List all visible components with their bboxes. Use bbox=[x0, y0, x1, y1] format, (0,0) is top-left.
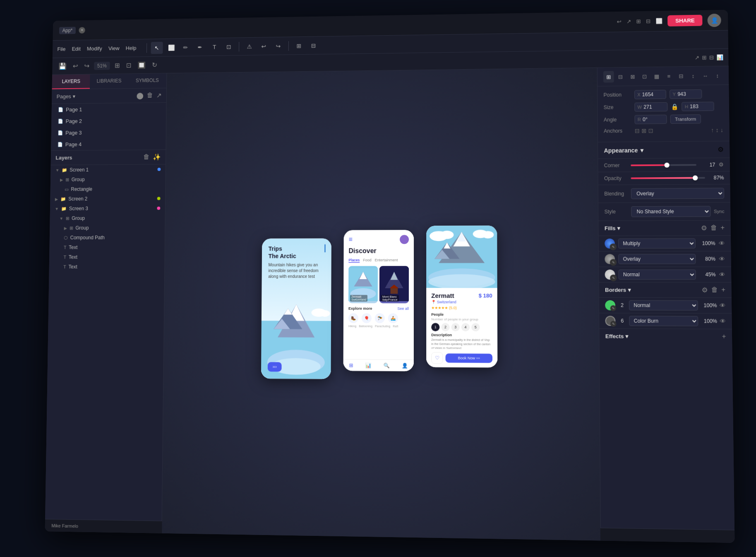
page-item-4[interactable]: 📄 Page 4 bbox=[51, 138, 166, 150]
image-tool[interactable]: ⊡ bbox=[223, 41, 235, 53]
canvas-area[interactable]: Trips The Arctic Mountain hikes give you… bbox=[162, 68, 600, 541]
align-tab-6[interactable]: ≡ bbox=[664, 70, 674, 82]
pen-tool[interactable]: ✏ bbox=[180, 41, 192, 53]
tab-places[interactable]: Places bbox=[348, 258, 360, 263]
layer-add-icon[interactable]: ✨ bbox=[153, 153, 161, 161]
transform-button[interactable]: Transform bbox=[670, 114, 701, 124]
nav-chart[interactable]: 📊 bbox=[365, 362, 372, 368]
activity-balloon[interactable]: 🎈 bbox=[362, 313, 372, 323]
share-icon-2[interactable]: ↗ bbox=[627, 18, 631, 24]
opacity-slider-track[interactable] bbox=[631, 177, 705, 179]
menu-help[interactable]: Help bbox=[126, 45, 137, 51]
size-h-field[interactable]: H 183 bbox=[682, 102, 715, 111]
border-type-1[interactable]: Normal Color Burn bbox=[629, 300, 698, 311]
save-icon[interactable]: 💾 bbox=[57, 61, 68, 72]
layer-text2[interactable]: T Text bbox=[49, 252, 165, 262]
fill-visibility-2[interactable]: 👁 bbox=[719, 256, 725, 262]
layer-compound[interactable]: ⬡ Compound Path bbox=[50, 233, 165, 243]
borders-add-icon[interactable]: + bbox=[721, 286, 725, 294]
undo-icon[interactable]: ↩ bbox=[71, 60, 79, 71]
blending-select[interactable]: Overlay Normal Multiply Color Burn bbox=[631, 188, 724, 199]
nav-profile[interactable]: 👤 bbox=[401, 363, 408, 369]
style-select[interactable]: No Shared Style bbox=[631, 206, 710, 217]
anchor-top[interactable]: ↑ bbox=[711, 127, 714, 133]
text-tool[interactable]: T bbox=[209, 41, 221, 53]
layer-screen2[interactable]: ▶ 📁 Screen 2 bbox=[50, 193, 165, 204]
size-w-field[interactable]: W 271 bbox=[634, 102, 668, 112]
history-icon[interactable]: ↩ bbox=[617, 19, 622, 25]
close-button[interactable]: ✕ bbox=[79, 27, 85, 34]
warning-tool[interactable]: ⚠ bbox=[243, 40, 255, 53]
anchor-bot[interactable]: ↓ bbox=[720, 127, 723, 133]
appearance-options-icon[interactable]: ⚙ bbox=[718, 145, 724, 153]
fill-swatch-2[interactable]: ✎ bbox=[605, 254, 615, 264]
share-button[interactable]: SHARE bbox=[668, 15, 703, 27]
position-x-val[interactable]: 1654 bbox=[642, 92, 663, 98]
menu-file[interactable]: File bbox=[57, 46, 65, 52]
layer-text3[interactable]: T Text bbox=[49, 262, 165, 272]
activity-parachute[interactable]: 🪂 bbox=[375, 313, 385, 323]
tab-entertainment[interactable]: Entertainment bbox=[375, 258, 398, 263]
pencil-tool[interactable]: ✒ bbox=[194, 41, 206, 53]
position-x-field[interactable]: X 1654 bbox=[634, 90, 666, 99]
align-tab-2[interactable]: ⊟ bbox=[615, 71, 626, 82]
heart-button[interactable]: ♡ bbox=[431, 352, 443, 364]
menu-view[interactable]: View bbox=[108, 45, 120, 51]
fill-type-2[interactable]: Overlay Normal Multiply bbox=[618, 254, 696, 264]
fit-icon[interactable]: ⊞ bbox=[113, 60, 121, 71]
align-tab-4[interactable]: ⊡ bbox=[639, 70, 650, 82]
layer-group2[interactable]: ▼ ⊞ Group bbox=[50, 213, 165, 223]
zoom-display[interactable]: 51% bbox=[94, 62, 110, 70]
pill-5[interactable]: 5 bbox=[471, 323, 480, 331]
position-y-val[interactable]: 943 bbox=[677, 91, 699, 97]
tab-symbols[interactable]: SYMBOLS bbox=[128, 73, 166, 88]
fill-type-3[interactable]: Normal Overlay Multiply bbox=[619, 270, 696, 280]
tab-libraries[interactable]: LIBRARIES bbox=[90, 74, 128, 89]
fills-options-icon[interactable]: ⚙ bbox=[701, 224, 707, 232]
layer-text1[interactable]: T Text bbox=[49, 242, 165, 252]
swatch-edit-3[interactable]: ✎ bbox=[610, 275, 617, 281]
swatch-edit-2[interactable]: ✎ bbox=[610, 259, 617, 266]
border-visibility-1[interactable]: 👁 bbox=[720, 302, 726, 309]
layers-icon[interactable]: ⊟ bbox=[709, 54, 714, 60]
layer-group1[interactable]: ▶ ⊞ Group bbox=[50, 174, 166, 185]
magnet-icon[interactable]: 🔲 bbox=[136, 60, 147, 70]
pill-3[interactable]: 3 bbox=[451, 323, 460, 331]
border-type-2[interactable]: Color Burn Normal bbox=[629, 316, 698, 326]
opacity-value[interactable]: 87% bbox=[708, 175, 724, 181]
rotate-icon[interactable]: ↻ bbox=[150, 60, 158, 70]
components-tool[interactable]: ⊟ bbox=[307, 39, 320, 52]
layer-rect1[interactable]: ▭ Rectangle bbox=[50, 184, 166, 194]
see-all-link[interactable]: See all bbox=[397, 306, 409, 311]
borders-options-icon[interactable]: ⚙ bbox=[701, 286, 708, 294]
fill-type-1[interactable]: Multiply Normal Overlay bbox=[618, 239, 696, 249]
zoom-icon[interactable]: ⬜ bbox=[656, 18, 663, 24]
redo-icon[interactable]: ↪ bbox=[82, 60, 91, 71]
border-visibility-2[interactable]: 👁 bbox=[720, 318, 726, 324]
border-swatch-2[interactable]: ✎ bbox=[605, 316, 615, 326]
fill-visibility-1[interactable]: 👁 bbox=[719, 240, 725, 246]
corner-options-icon[interactable]: ⚙ bbox=[719, 162, 724, 168]
place-card-1[interactable]: ZermattSwitzerland bbox=[348, 266, 378, 303]
nav-search[interactable]: 🔍 bbox=[383, 362, 389, 368]
align-tab-8[interactable]: ↕ bbox=[688, 70, 698, 82]
swatch-edit-1[interactable]: ✎ bbox=[610, 244, 617, 250]
import-icon[interactable]: ⊞ bbox=[702, 54, 707, 60]
fill-visibility-3[interactable]: 👁 bbox=[719, 271, 725, 278]
page-item-3[interactable]: 📄 Page 3 bbox=[51, 126, 166, 139]
book-button[interactable]: Book Now ››› bbox=[446, 353, 493, 363]
menu-modify[interactable]: Modify bbox=[87, 46, 102, 52]
align-tab-10[interactable]: ↕ bbox=[712, 70, 723, 81]
anchor-center[interactable]: ⊠ bbox=[641, 128, 646, 134]
tab-food[interactable]: Food bbox=[363, 258, 371, 263]
lock-icon[interactable]: 🔒 bbox=[671, 104, 679, 110]
size-w-val[interactable]: 271 bbox=[643, 104, 665, 110]
pill-1[interactable]: 1 bbox=[431, 323, 439, 331]
align-tab-1[interactable]: ⊞ bbox=[603, 71, 614, 82]
grid-icon[interactable]: ⊟ bbox=[646, 18, 650, 24]
tab-layers[interactable]: LAYERS bbox=[52, 75, 90, 89]
redo-tool[interactable]: ↪ bbox=[272, 40, 284, 52]
fills-add-icon[interactable]: + bbox=[720, 224, 725, 232]
corner-value[interactable]: 17 bbox=[700, 162, 715, 167]
undo-tool[interactable]: ↩ bbox=[258, 40, 270, 53]
